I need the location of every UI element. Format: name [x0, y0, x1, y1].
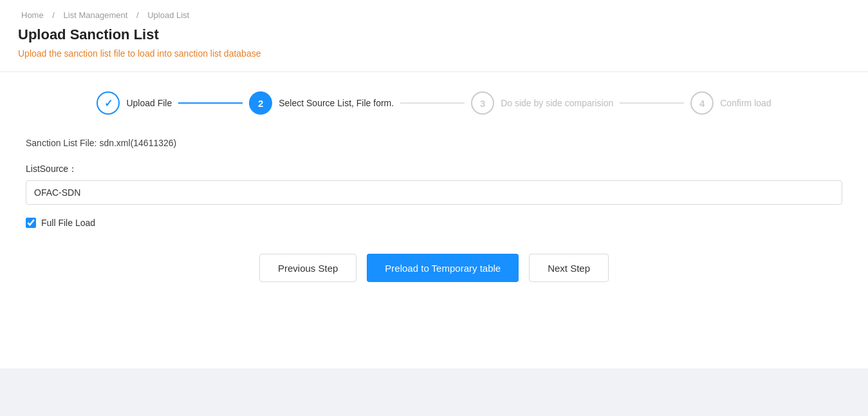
step-3-label: Do side by side comparision: [501, 98, 613, 108]
breadcrumb-home: Home: [21, 10, 44, 20]
step-3-number: 3: [480, 98, 485, 109]
step-2-label: Select Source List, File form.: [279, 98, 394, 108]
page-title: Upload Sanction List: [18, 26, 850, 43]
step-3-circle: 3: [471, 91, 494, 115]
list-source-label: ListSource：: [26, 164, 842, 175]
step-connector-2: [400, 102, 465, 104]
file-name: sdn.xml(14611326): [99, 138, 176, 148]
step-1-label: Upload File: [126, 98, 172, 108]
step-2-circle: 2: [249, 91, 272, 115]
step-2: 2 Select Source List, File form.: [249, 91, 394, 115]
page-subtitle: Upload the sanction list file to load in…: [18, 48, 850, 59]
next-step-button[interactable]: Next Step: [529, 254, 609, 282]
file-info-label: Sanction List File:: [26, 138, 97, 148]
button-row: Previous Step Preload to Temporary table…: [26, 254, 842, 282]
previous-step-button[interactable]: Previous Step: [259, 254, 356, 282]
breadcrumb-sep2: /: [136, 10, 139, 20]
list-source-input[interactable]: [26, 180, 842, 205]
step-4-label: Confirm load: [720, 98, 771, 108]
step-4-number: 4: [699, 98, 705, 109]
step-3: 3 Do side by side comparision: [471, 91, 613, 115]
step-1-check: ✓: [104, 97, 113, 109]
full-file-load-label[interactable]: Full File Load: [41, 218, 95, 228]
step-4-circle: 4: [690, 91, 714, 115]
breadcrumb-upload-list: Upload List: [147, 10, 189, 20]
full-file-load-checkbox[interactable]: [26, 218, 36, 228]
preload-button[interactable]: Preload to Temporary table: [367, 254, 519, 282]
breadcrumb-sep1: /: [52, 10, 55, 20]
stepper: ✓ Upload File 2 Select Source List, File…: [26, 91, 842, 115]
list-source-group: ListSource：: [26, 164, 842, 205]
step-connector-3: [620, 102, 684, 104]
step-1: ✓ Upload File: [97, 91, 172, 115]
step-2-number: 2: [258, 98, 263, 109]
full-file-load-group: Full File Load: [26, 218, 842, 228]
file-info: Sanction List File: sdn.xml(14611326): [26, 138, 842, 148]
step-connector-1: [178, 102, 243, 104]
breadcrumb: Home / List Management / Upload List: [18, 10, 850, 20]
step-4: 4 Confirm load: [690, 91, 771, 115]
step-1-circle: ✓: [97, 91, 120, 115]
breadcrumb-list-management: List Management: [64, 10, 128, 20]
